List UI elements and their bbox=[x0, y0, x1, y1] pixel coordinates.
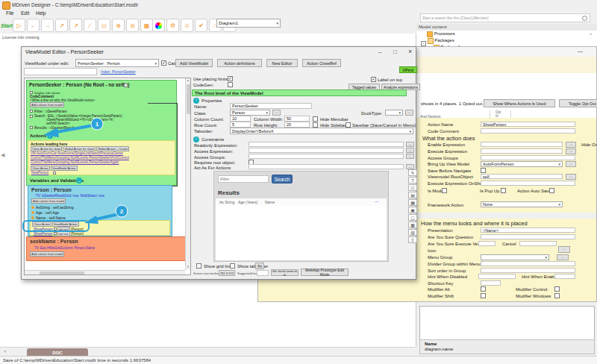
savebar-checkbox[interactable] bbox=[346, 122, 351, 128]
scroll-left-icon[interactable]: < bbox=[4, 349, 7, 354]
leading-action-link[interactable]: ControlTheMenuGrouping.NoAllLevels.Perso… bbox=[31, 160, 129, 165]
access-expression-input[interactable] bbox=[249, 148, 404, 153]
new-person-link[interactable]: NewPerson bbox=[31, 171, 49, 175]
cancel-verb-input[interactable] bbox=[519, 241, 557, 246]
action-crossref-button[interactable]: Action CrossRef bbox=[302, 59, 341, 67]
viewmodel-action-button[interactable]: ViewModel Action bbox=[51, 166, 78, 171]
properties-collapse-toggle[interactable]: ⌃ bbox=[193, 98, 199, 104]
results-row[interactable]: Results : vSeekerResult bbox=[34, 125, 74, 130]
show-where-actions-button[interactable]: Show Where Actions Is Used bbox=[484, 99, 555, 107]
filter-row[interactable]: Filter : vSeekParam bbox=[34, 109, 67, 113]
viewmodel-rootobject-input[interactable] bbox=[481, 174, 563, 179]
show-grid-lines-checkbox[interactable] bbox=[196, 263, 201, 269]
checkbox-control-icon[interactable]: ☑ bbox=[408, 184, 417, 191]
save-before-navigate-checkbox[interactable] bbox=[481, 168, 486, 173]
canvas-back-marker[interactable]: ◀ bbox=[1, 152, 4, 158]
pointer-icon[interactable]: ↗ bbox=[55, 19, 68, 32]
image-control-icon[interactable]: ▩ bbox=[408, 222, 417, 228]
preview-search-button[interactable]: Search bbox=[272, 175, 293, 183]
add-column-button[interactable]: Add column from model bbox=[30, 102, 64, 107]
minimize-icon[interactable]: – bbox=[378, 48, 381, 55]
enable-expression-dots-button[interactable]: ... bbox=[566, 142, 576, 148]
scroll-down-icon[interactable]: ▼ bbox=[187, 265, 190, 269]
text-block-icon[interactable]: T bbox=[408, 177, 417, 183]
enable-expression-input[interactable] bbox=[481, 142, 563, 147]
act-as-dots-button[interactable]: ... bbox=[406, 164, 414, 169]
edit-box-icon[interactable]: ✎ bbox=[408, 169, 417, 176]
results-row-checkbox[interactable] bbox=[30, 126, 33, 129]
new-person-checkbox[interactable] bbox=[53, 172, 56, 175]
class-action-for-show-button[interactable]: Class Action for show bbox=[31, 146, 62, 151]
act-as-input[interactable] bbox=[249, 164, 404, 169]
pointer-alt-icon[interactable]: ↗ bbox=[69, 19, 82, 32]
codegen-checkbox[interactable] bbox=[228, 82, 233, 87]
sort-order-input[interactable] bbox=[481, 268, 575, 273]
action-checkbox[interactable] bbox=[54, 232, 57, 235]
column-header-name[interactable]: Name bbox=[265, 200, 275, 204]
row-height-input[interactable] bbox=[284, 122, 310, 128]
is-popup-checkbox[interactable] bbox=[501, 188, 506, 193]
add-column-button[interactable]: Add column from model bbox=[30, 251, 64, 257]
name-input[interactable] bbox=[230, 103, 312, 109]
color-wheel-button[interactable] bbox=[152, 19, 165, 32]
draw-line-icon[interactable]: ∕ bbox=[84, 19, 96, 32]
scroll-up-icon[interactable]: ▲ bbox=[187, 78, 190, 82]
action-auto-saves-checkbox[interactable] bbox=[549, 188, 554, 193]
readonly-expression-input[interactable] bbox=[249, 142, 404, 147]
access-groups-input[interactable] bbox=[249, 154, 404, 159]
column-count-input[interactable] bbox=[230, 116, 251, 122]
list-control-icon[interactable]: ≡ bbox=[408, 236, 417, 243]
column-width-input[interactable] bbox=[284, 116, 310, 122]
diagram-selector[interactable]: Diagram1▾ bbox=[216, 19, 281, 28]
execute-expression-input[interactable] bbox=[481, 148, 563, 154]
vm-filter-input[interactable] bbox=[24, 68, 97, 75]
categ-checkbox[interactable] bbox=[161, 60, 166, 66]
label-on-top-checkbox[interactable] bbox=[371, 77, 376, 82]
menu-help[interactable]: Help bbox=[36, 10, 46, 16]
constraints-collapse-toggle[interactable]: ⌃ bbox=[193, 136, 199, 142]
bring-up-dots-button[interactable]: ... bbox=[566, 161, 576, 167]
readonly-dots-button[interactable]: ... bbox=[406, 142, 414, 147]
zoom-out-icon[interactable]: ⊖ bbox=[126, 19, 139, 32]
show-tab-order-checkbox[interactable] bbox=[230, 263, 235, 269]
framework-action-combo[interactable]: None▾ bbox=[481, 201, 563, 207]
ducktype-combo[interactable]: ▾ bbox=[385, 110, 403, 116]
maximize-icon[interactable]: □ bbox=[393, 48, 397, 55]
variables-collapse-toggle[interactable]: ⌄ bbox=[76, 178, 82, 183]
code-comment-input[interactable] bbox=[481, 128, 575, 134]
vm-seekname-box[interactable]: seekName : Person TV: Eco.HiliteGridColu… bbox=[26, 236, 186, 261]
column-header-asstring[interactable]: As String bbox=[219, 200, 234, 204]
hide-sidebar-checkbox[interactable] bbox=[313, 122, 318, 128]
person-column-row[interactable]: Age : self.Age bbox=[31, 210, 74, 216]
zoom-in-icon[interactable]: ⊕ bbox=[112, 19, 125, 32]
action-definitions-button[interactable]: Action definitions bbox=[217, 59, 262, 67]
class-combo[interactable]: Person▾ bbox=[230, 110, 270, 116]
hide-menubar-checkbox[interactable] bbox=[313, 116, 318, 122]
tree-scroll-up-icon[interactable]: ˄ bbox=[590, 32, 593, 37]
close-icon[interactable]: × bbox=[408, 48, 412, 55]
validate-icon[interactable]: ✔ bbox=[195, 19, 207, 32]
access-groups-dots-button[interactable]: ... bbox=[406, 154, 414, 159]
shortcut-key-input[interactable] bbox=[481, 280, 501, 286]
scrollbar-thumb[interactable] bbox=[40, 272, 84, 274]
filter-row-checkbox[interactable] bbox=[30, 110, 33, 113]
hint-enabled-input[interactable] bbox=[554, 274, 575, 279]
gears-icon[interactable]: ⚙ bbox=[166, 19, 179, 32]
bring-up-viewmodel-combo[interactable]: AutoFormPerson▾ bbox=[481, 161, 563, 167]
class-dots-button[interactable]: ... bbox=[272, 110, 281, 116]
person-card-icon[interactable]: ▣ bbox=[408, 207, 417, 213]
screen-size-value[interactable]: 792 X 572 bbox=[219, 270, 235, 276]
link-control-icon[interactable]: ◻ bbox=[408, 214, 417, 221]
show-person-link[interactable]: ShowPerson bbox=[34, 232, 53, 236]
modifier-windows-checkbox[interactable] bbox=[554, 293, 560, 298]
scrollbar-thumb[interactable] bbox=[187, 84, 190, 114]
ufirst-button[interactable]: UFirst bbox=[399, 66, 417, 73]
webapp-prototype-button[interactable]: WebApp Prototype Edit Mode bbox=[301, 269, 348, 276]
new-editor-button[interactable]: New Editor bbox=[266, 59, 298, 67]
display-sub-column-checkbox[interactable] bbox=[30, 91, 33, 94]
ducktype-dots-button[interactable]: ... bbox=[405, 110, 413, 116]
divider-group-input[interactable] bbox=[481, 261, 575, 266]
menu-group-dots-button[interactable]: ... bbox=[557, 254, 569, 260]
column-header-age[interactable]: Age (Years) bbox=[238, 200, 257, 204]
are-you-sure-verb-input[interactable] bbox=[478, 241, 496, 246]
